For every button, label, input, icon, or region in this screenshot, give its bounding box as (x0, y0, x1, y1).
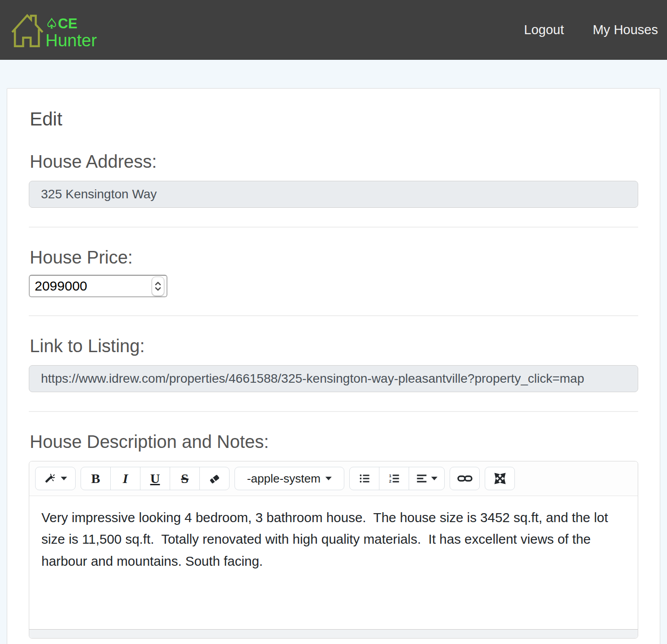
house-address-label: House Address: (30, 152, 638, 172)
editor-resize-bar[interactable] (29, 629, 638, 638)
paragraph-group: 1 2 (349, 467, 445, 490)
logout-link[interactable]: Logout (524, 22, 564, 37)
editor-toolbar: B I U S (29, 461, 638, 496)
magic-wand-icon (44, 473, 56, 484)
edit-card: Edit House Address: House Price: Link to… (7, 88, 660, 644)
bold-button[interactable]: B (81, 467, 111, 490)
stepper-up-icon (155, 282, 161, 286)
italic-glyph: I (123, 472, 128, 485)
align-left-icon (416, 473, 428, 484)
underline-button[interactable]: U (140, 467, 170, 490)
section-divider (29, 315, 638, 316)
arrows-fullscreen-icon (494, 473, 506, 484)
chain-link-icon (457, 474, 473, 483)
page-body: Edit House Address: House Price: Link to… (0, 60, 667, 644)
rich-text-editor: B I U S (29, 461, 638, 639)
chevron-down-icon (325, 477, 332, 480)
section-divider (29, 227, 638, 228)
ordered-list-button[interactable]: 1 2 (379, 467, 409, 490)
paragraph-align-button[interactable] (409, 467, 445, 490)
description-editable-area[interactable]: Very impressive looking 4 bedroom, 3 bat… (29, 496, 638, 629)
listing-link-label: Link to Listing: (30, 336, 638, 356)
page-title: Edit (30, 108, 638, 130)
eraser-icon (208, 473, 221, 484)
logo-line-hunter: Hunter (45, 31, 97, 50)
font-family-value: -apple-system (247, 472, 320, 486)
unordered-list-button[interactable] (349, 467, 379, 490)
logo-line-ace: ♤CE (45, 16, 97, 31)
bold-glyph: B (91, 472, 100, 485)
app-logo[interactable]: ♤CE Hunter (11, 10, 97, 50)
house-logo-icon (11, 12, 45, 49)
italic-button[interactable]: I (110, 467, 140, 490)
listing-link-input[interactable] (29, 365, 638, 392)
strikethrough-glyph: S (181, 472, 189, 485)
description-label: House Description and Notes: (30, 432, 638, 452)
underline-glyph: U (150, 472, 160, 485)
app-header: ♤CE Hunter Logout My Houses (0, 0, 667, 60)
svg-text:1: 1 (389, 474, 391, 478)
strikethrough-button[interactable]: S (170, 467, 200, 490)
my-houses-link[interactable]: My Houses (593, 22, 658, 37)
svg-text:2: 2 (389, 479, 391, 483)
clear-format-button[interactable] (199, 467, 230, 490)
text-format-group: B I U S (81, 467, 230, 490)
unordered-list-icon (359, 473, 370, 484)
font-family-dropdown[interactable]: -apple-system (234, 467, 344, 490)
section-divider (29, 411, 638, 412)
chevron-down-icon (431, 477, 437, 480)
header-nav: Logout My Houses (524, 22, 659, 37)
house-price-field[interactable] (29, 275, 167, 297)
stepper-down-icon (155, 287, 161, 291)
fullscreen-button[interactable] (485, 467, 515, 490)
insert-link-button[interactable] (450, 467, 480, 490)
house-price-input[interactable] (34, 278, 152, 294)
house-price-label: House Price: (30, 247, 638, 268)
ordered-list-icon: 1 2 (388, 473, 400, 484)
chevron-down-icon (61, 477, 67, 480)
house-address-input[interactable] (29, 181, 638, 208)
style-dropdown-button[interactable] (35, 467, 76, 490)
number-stepper[interactable] (152, 277, 164, 296)
